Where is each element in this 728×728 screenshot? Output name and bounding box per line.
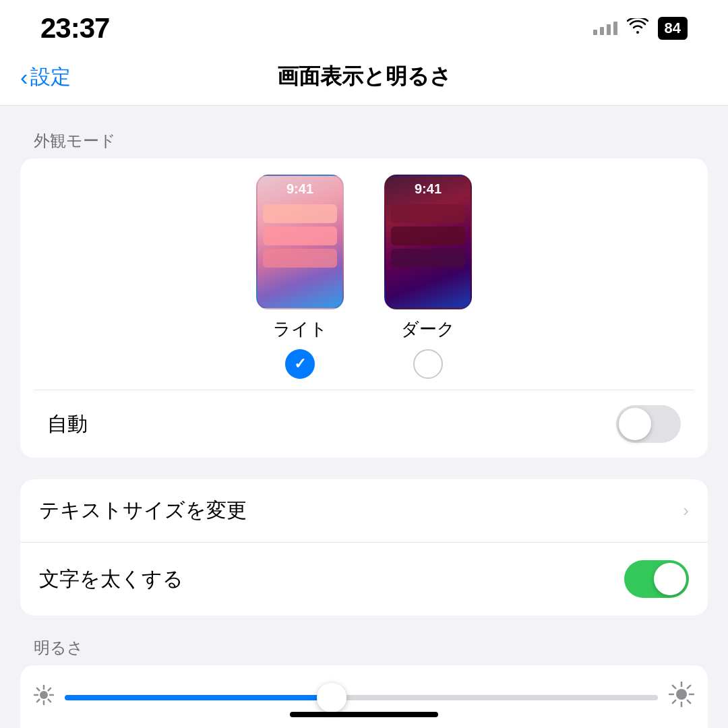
sun-small-icon — [34, 685, 54, 710]
brightness-section-label: 明るさ — [20, 637, 708, 659]
text-size-label: テキストサイズを変更 — [39, 497, 247, 524]
home-indicator — [290, 712, 438, 717]
page-title: 画面表示と明るさ — [277, 62, 452, 92]
text-size-chevron-icon: › — [683, 500, 689, 521]
back-label: 設定 — [30, 63, 71, 91]
dark-preview-time-bar: 9:41 — [386, 176, 471, 200]
bold-text-row[interactable]: 文字を太くする — [20, 542, 708, 615]
widget-bar-2 — [263, 226, 337, 245]
widget-bar-1 — [263, 204, 337, 223]
light-mode-radio[interactable]: ✓ — [285, 349, 315, 379]
svg-line-7 — [49, 688, 51, 691]
svg-line-14 — [673, 686, 675, 688]
svg-line-15 — [688, 700, 690, 703]
signal-icon — [593, 22, 617, 35]
bold-text-label: 文字を太くする — [39, 566, 183, 593]
widget-bar-3 — [263, 249, 337, 268]
light-preview-widgets — [263, 204, 337, 268]
svg-line-16 — [688, 686, 690, 688]
auto-toggle[interactable] — [616, 405, 681, 443]
light-preview-time: 9:41 — [286, 181, 313, 197]
dark-mode-label: ダーク — [401, 317, 455, 341]
back-button[interactable]: ‹ 設定 — [20, 63, 71, 91]
dark-widget-bar-1 — [391, 204, 465, 223]
dark-mode-option[interactable]: 9:41 ダーク — [384, 175, 472, 379]
svg-point-0 — [40, 691, 48, 699]
svg-line-8 — [37, 700, 40, 702]
light-preview-time-bar: 9:41 — [257, 176, 342, 200]
settings-content: 外観モード 9:41 — [0, 106, 728, 728]
back-chevron-icon: ‹ — [20, 64, 28, 90]
battery-indicator: 84 — [658, 17, 688, 40]
brightness-slider-row — [20, 665, 708, 728]
appearance-section: 外観モード 9:41 — [20, 130, 708, 458]
brightness-slider-thumb[interactable] — [317, 683, 346, 712]
light-mode-label: ライト — [273, 317, 328, 341]
auto-label: 自動 — [47, 411, 88, 438]
wifi-icon — [627, 18, 648, 39]
nav-bar: ‹ 設定 画面表示と明るさ — [0, 51, 728, 106]
status-time: 23:37 — [40, 12, 109, 44]
auto-toggle-knob — [619, 408, 651, 440]
light-mode-option[interactable]: 9:41 ライト ✓ — [256, 175, 344, 379]
sun-large-icon — [669, 681, 694, 713]
light-mode-preview: 9:41 — [256, 175, 344, 309]
svg-line-17 — [673, 700, 675, 703]
svg-line-5 — [37, 688, 40, 691]
dark-preview-widgets — [391, 204, 465, 268]
text-size-row[interactable]: テキストサイズを変更 › — [20, 479, 708, 542]
dark-mode-preview: 9:41 — [384, 175, 472, 309]
svg-line-6 — [49, 700, 51, 702]
dark-mode-radio[interactable] — [413, 349, 443, 379]
status-bar: 23:37 84 — [0, 0, 728, 51]
checkmark-icon: ✓ — [294, 355, 306, 373]
appearance-section-label: 外観モード — [20, 130, 708, 152]
brightness-slider-track[interactable] — [65, 695, 658, 700]
text-section: テキストサイズを変更 › 文字を太くする — [20, 479, 708, 615]
auto-row: 自動 — [34, 390, 694, 458]
dark-widget-bar-3 — [391, 249, 465, 268]
dark-preview-time: 9:41 — [415, 181, 442, 197]
status-icons: 84 — [593, 17, 688, 40]
bold-text-toggle[interactable] — [624, 560, 689, 598]
svg-point-9 — [676, 689, 687, 700]
brightness-card: True Tone 異なる環境でも色が一貫して表示されるように、環境光 の状況に… — [20, 665, 708, 728]
appearance-card: 9:41 ライト ✓ — [20, 158, 708, 458]
bold-text-toggle-knob — [654, 563, 686, 595]
appearance-modes: 9:41 ライト ✓ — [34, 175, 694, 379]
phone-container: 23:37 84 ‹ — [0, 0, 728, 728]
dark-widget-bar-2 — [391, 226, 465, 245]
